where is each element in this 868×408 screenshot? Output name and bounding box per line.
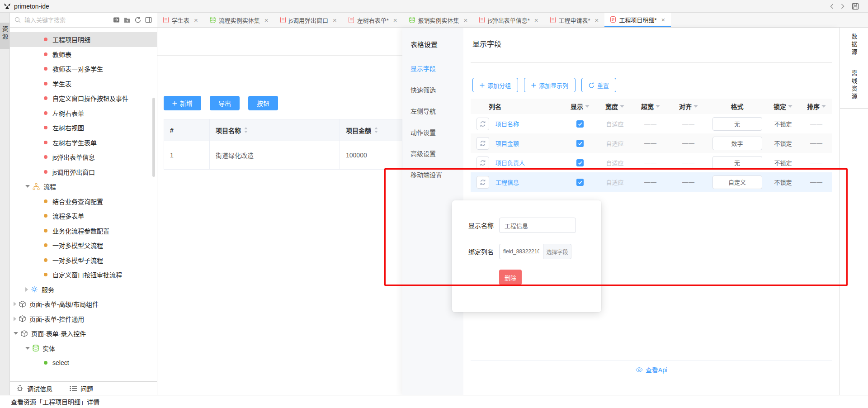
tree-item[interactable]: 服务 (10, 282, 157, 297)
tree-item[interactable]: 左树右视图 (10, 120, 157, 135)
column-width-value[interactable]: 自适应 (597, 178, 633, 186)
tree-item[interactable]: 左树右学生表单 (10, 135, 157, 150)
columns-table-row[interactable]: 项目金额自适应————数字不锁定—— (471, 133, 832, 153)
tree-item[interactable]: 教师表一对多学生 (10, 62, 157, 76)
sidebar-scrollbar[interactable] (152, 98, 155, 177)
visible-checkbox[interactable] (576, 179, 584, 186)
column-name-link[interactable]: 项目负责人 (491, 158, 563, 167)
column-width-value[interactable]: 自适应 (597, 119, 633, 128)
tree-item[interactable]: 左树右表单 (10, 106, 157, 121)
close-icon[interactable]: × (464, 17, 468, 24)
chevron-right-icon[interactable] (14, 302, 16, 306)
sort-icon[interactable] (374, 127, 378, 133)
tree-item[interactable]: 学生表 (10, 76, 157, 91)
panel-button[interactable]: 重置 (581, 78, 616, 92)
close-icon[interactable]: × (661, 16, 665, 23)
tree-item[interactable]: 工程项目明细 (10, 32, 157, 47)
settings-nav-item[interactable]: 高级设置 (402, 149, 463, 158)
format-select[interactable]: 无 (712, 117, 762, 131)
close-icon[interactable]: × (595, 17, 599, 24)
chevron-down-icon[interactable] (14, 332, 18, 335)
canvas-button[interactable]: 按钮 (248, 96, 278, 110)
settings-nav-item[interactable]: 动作设置 (402, 128, 463, 137)
bind-column-input[interactable] (499, 244, 543, 259)
tree-item[interactable]: 教师表 (10, 47, 157, 62)
column-lock-value[interactable]: 不锁定 (765, 158, 801, 167)
caret-down-icon[interactable] (788, 105, 793, 108)
close-icon[interactable]: × (393, 17, 397, 24)
editor-tab[interactable]: js调用弹出窗口× (274, 13, 343, 27)
new-folder-icon[interactable] (124, 17, 131, 23)
caret-down-icon[interactable] (585, 105, 590, 108)
visible-checkbox[interactable] (576, 120, 584, 128)
panel-button[interactable]: 添加分组 (472, 78, 518, 92)
sync-field-button[interactable] (476, 137, 489, 150)
tree-item[interactable]: 一对多模型父流程 (10, 238, 157, 253)
column-width-value[interactable]: 自适应 (597, 158, 633, 167)
right-strip-tab[interactable]: 数据源 (840, 28, 868, 64)
caret-down-icon[interactable] (821, 105, 826, 108)
columns-table-row[interactable]: 项目负责人自适应————无不锁定—— (471, 153, 832, 172)
caret-down-icon[interactable] (620, 105, 624, 108)
settings-nav-item[interactable]: 快速筛选 (402, 85, 463, 95)
close-icon[interactable]: × (264, 17, 269, 24)
caret-down-icon[interactable] (693, 105, 698, 108)
caret-down-icon[interactable] (656, 105, 660, 108)
columns-table-row[interactable]: 工程信息自适应————自定义不锁定—— (471, 172, 832, 192)
delete-button[interactable]: 删除 (499, 270, 522, 285)
right-strip-tab[interactable]: 离线资源 (840, 64, 868, 109)
bottom-tab-issues[interactable]: 问题 (70, 384, 93, 393)
editor-tab[interactable]: js弹出表单信息*× (473, 13, 544, 27)
nav-back-icon[interactable] (830, 4, 834, 9)
editor-tab[interactable]: 工程申请表*× (544, 13, 605, 27)
column-name-link[interactable]: 项目名称 (491, 119, 563, 128)
tree-item[interactable]: select (10, 356, 157, 370)
close-icon[interactable]: × (534, 17, 538, 24)
tree-item[interactable]: 自定义窗口操作按钮及事件 (10, 91, 157, 106)
editor-tab[interactable]: 左树右表单*× (343, 13, 403, 27)
table-row[interactable]: 1街道绿化改造100000 (164, 141, 402, 169)
tree-item[interactable]: 结合业务查询配置 (10, 194, 157, 209)
chevron-down-icon[interactable] (25, 347, 30, 350)
columns-table-row[interactable]: 项目名称自适应————无不锁定—— (471, 114, 832, 133)
editor-tab[interactable]: 工程项目明细*× (604, 13, 671, 27)
bottom-tab-debug[interactable]: 调试信息 (16, 384, 52, 393)
visible-checkbox[interactable] (576, 140, 584, 147)
canvas-button[interactable]: 新增 (164, 96, 201, 110)
settings-nav-item[interactable]: 左侧导航 (402, 107, 463, 116)
tree-item[interactable]: 页面-表单-高级/布局组件 (10, 297, 157, 312)
view-api-link[interactable]: 查看Api (463, 365, 840, 374)
settings-nav-item[interactable]: 移动端设置 (402, 171, 463, 180)
chevron-right-icon[interactable] (25, 287, 28, 292)
choose-field-button[interactable]: 选择字段 (543, 244, 571, 259)
tree-item[interactable]: 实体 (10, 341, 157, 356)
column-lock-value[interactable]: 不锁定 (765, 119, 801, 128)
column-lock-value[interactable]: 不锁定 (765, 178, 801, 186)
tree-item[interactable]: js弹出表单信息 (10, 150, 157, 165)
panel-button[interactable]: 添加显示列 (524, 78, 576, 92)
tree-item[interactable]: js调用弹出窗口 (10, 165, 157, 180)
tree-item[interactable]: 业务化流程参数配置 (10, 223, 157, 238)
format-select[interactable]: 无 (712, 156, 762, 170)
column-name-link[interactable]: 工程信息 (491, 178, 563, 186)
collapse-icon[interactable] (145, 17, 152, 23)
close-icon[interactable]: × (333, 17, 337, 24)
settings-nav-item[interactable]: 显示字段 (402, 64, 463, 73)
format-select[interactable]: 数字 (712, 137, 762, 150)
chevron-down-icon[interactable] (25, 185, 30, 188)
sync-field-button[interactable] (476, 118, 489, 130)
resources-strip-tab[interactable]: 资源 (0, 23, 9, 49)
visible-checkbox[interactable] (576, 159, 584, 166)
save-icon[interactable] (852, 3, 859, 10)
column-width-value[interactable]: 自适应 (597, 139, 633, 147)
chevron-right-icon[interactable] (14, 317, 16, 321)
format-select[interactable]: 自定义 (712, 176, 762, 189)
tree-item[interactable]: 流程多表单 (10, 209, 157, 223)
display-name-input[interactable] (499, 218, 576, 233)
column-name-link[interactable]: 项目金额 (491, 139, 563, 147)
tree-item[interactable]: 流程 (10, 179, 157, 194)
editor-tab[interactable]: 流程实例实体集× (204, 13, 274, 27)
canvas-button[interactable]: 导出 (210, 96, 240, 110)
sync-field-button[interactable] (476, 176, 489, 189)
refresh-icon[interactable] (135, 17, 141, 23)
